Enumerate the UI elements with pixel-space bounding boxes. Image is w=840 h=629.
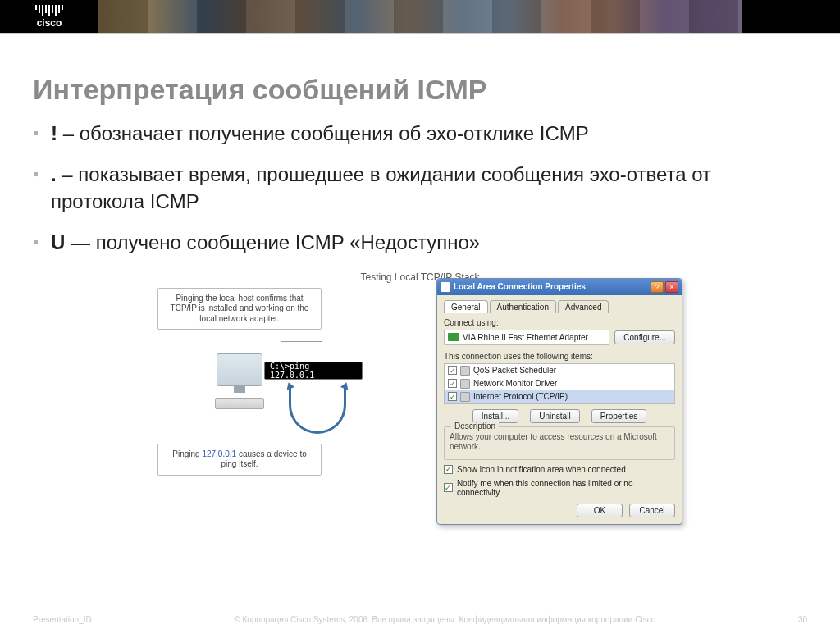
close-button[interactable]: × bbox=[665, 281, 678, 293]
list-item[interactable]: ✓ Internet Protocol (TCP/IP) bbox=[445, 390, 674, 403]
bullet-item: . – показывает время, прошедшее в ожидан… bbox=[33, 162, 807, 215]
list-item-label: QoS Packet Scheduler bbox=[473, 366, 556, 375]
bullet-text: — получено сообщение ICMP «Недоступно» bbox=[65, 231, 480, 253]
callout-top-text: Pinging the local host confirms that TCP… bbox=[171, 294, 309, 323]
bullet-item: U — получено сообщение ICMP «Недоступно» bbox=[33, 230, 807, 256]
show-icon-label: Show icon in notification area when conn… bbox=[457, 465, 626, 474]
bullet-symbol: . bbox=[51, 163, 57, 185]
dialog-icon bbox=[441, 282, 450, 292]
callout-top: Pinging the local host confirms that TCP… bbox=[158, 288, 322, 330]
connect-using-label: Connect using: bbox=[444, 318, 675, 327]
description-group: Description Allows your computer to acce… bbox=[444, 426, 675, 460]
footer-center: © Корпорация Cisco Systems, 2008. Все пр… bbox=[234, 615, 655, 624]
top-banner: cisco bbox=[0, 0, 840, 33]
slide-footer: Presentation_ID © Корпорация Cisco Syste… bbox=[0, 615, 840, 624]
protocol-icon bbox=[460, 392, 470, 402]
callout-leader-line bbox=[322, 308, 322, 341]
slide-body: Интерпретация сообщений ICMP ! – обознач… bbox=[0, 34, 840, 526]
checkbox-icon[interactable]: ✓ bbox=[444, 465, 453, 474]
dialog-body: General Authentication Advanced Connect … bbox=[437, 295, 682, 524]
loopback-arrow-icon bbox=[289, 385, 346, 434]
pc-tower-icon bbox=[215, 398, 264, 409]
bullet-text: – показывает время, прошедшее в ожидании… bbox=[51, 163, 711, 212]
help-button[interactable]: ? bbox=[651, 281, 664, 293]
checkbox-icon[interactable]: ✓ bbox=[448, 379, 457, 388]
callout-bottom-pre: Pinging bbox=[172, 449, 202, 458]
description-text: Allows your computer to access resources… bbox=[450, 432, 669, 453]
adapter-field: VIA Rhine II Fast Ethernet Adapter bbox=[444, 330, 609, 345]
callout-bottom: Pinging 127.0.0.1 causes a device to pin… bbox=[158, 444, 322, 476]
list-item-label: Internet Protocol (TCP/IP) bbox=[473, 392, 568, 401]
dialog-titlebar: Local Area Connection Properties ? × bbox=[437, 279, 682, 295]
adapter-name: VIA Rhine II Fast Ethernet Adapter bbox=[463, 333, 588, 342]
banner-tail bbox=[742, 0, 840, 33]
checkbox-icon[interactable]: ✓ bbox=[444, 483, 453, 492]
footer-page-number: 30 bbox=[798, 615, 807, 624]
command-text: C:\>ping 127.0.0.1 bbox=[270, 362, 357, 380]
configure-button[interactable]: Configure... bbox=[614, 330, 675, 344]
protocol-listbox[interactable]: ✓ QoS Packet Scheduler ✓ Network Monitor… bbox=[444, 363, 675, 404]
list-item[interactable]: ✓ Network Monitor Driver bbox=[445, 377, 674, 390]
uses-items-label: This connection uses the following items… bbox=[444, 352, 675, 361]
tab-authentication[interactable]: Authentication bbox=[490, 300, 556, 313]
callout-leader-line bbox=[281, 341, 322, 342]
protocol-icon bbox=[460, 379, 470, 389]
dialog-title: Local Area Connection Properties bbox=[454, 282, 649, 291]
bullet-item: ! – обозначает получение сообщения об эх… bbox=[33, 121, 807, 147]
cisco-wordmark: cisco bbox=[35, 18, 63, 28]
nic-icon bbox=[448, 333, 459, 341]
diagram-area: Testing Local TCP/IP Stack Pinging the l… bbox=[158, 271, 682, 526]
list-item-label: Network Monitor Driver bbox=[473, 379, 557, 388]
description-title: Description bbox=[451, 422, 499, 431]
dialog-tabs: General Authentication Advanced bbox=[444, 300, 675, 313]
bullet-symbol: ! bbox=[51, 122, 57, 144]
uninstall-button[interactable]: Uninstall bbox=[530, 409, 579, 423]
cisco-logo-cell: cisco bbox=[0, 0, 98, 33]
cancel-button[interactable]: Cancel bbox=[629, 504, 675, 517]
cisco-bars-icon bbox=[35, 5, 63, 16]
dialog-ok-cancel-row: OK Cancel bbox=[444, 504, 675, 517]
bullet-list: ! – обозначает получение сообщения об эх… bbox=[33, 121, 807, 257]
footer-left: Presentation_ID bbox=[33, 615, 92, 624]
checkbox-icon[interactable]: ✓ bbox=[448, 366, 457, 375]
bullet-text: – обозначает получение сообщения об эхо-… bbox=[57, 122, 589, 144]
notify-label: Notify me when this connection has limit… bbox=[457, 479, 675, 497]
ok-button[interactable]: OK bbox=[577, 504, 623, 517]
list-item[interactable]: ✓ QoS Packet Scheduler bbox=[445, 364, 674, 377]
slide-title: Интерпретация сообщений ICMP bbox=[33, 74, 807, 106]
show-icon-checkbox-row: ✓ Show icon in notification area when co… bbox=[444, 465, 675, 474]
connection-properties-dialog: Local Area Connection Properties ? × Gen… bbox=[436, 278, 682, 525]
cisco-logo: cisco bbox=[35, 5, 63, 28]
monitor-stand-icon bbox=[234, 386, 245, 393]
tab-advanced[interactable]: Advanced bbox=[558, 300, 609, 313]
bullet-symbol: U bbox=[51, 231, 65, 253]
protocol-icon bbox=[460, 366, 470, 376]
monitor-icon bbox=[217, 353, 262, 386]
command-prompt: C:\>ping 127.0.0.1 bbox=[264, 362, 363, 380]
properties-button[interactable]: Properties bbox=[591, 409, 647, 423]
checkbox-icon[interactable]: ✓ bbox=[448, 392, 457, 401]
banner-photo-strip bbox=[98, 0, 742, 33]
tab-general[interactable]: General bbox=[444, 300, 488, 313]
notify-checkbox-row: ✓ Notify me when this connection has lim… bbox=[444, 479, 675, 497]
callout-bottom-ip: 127.0.0.1 bbox=[202, 449, 236, 458]
